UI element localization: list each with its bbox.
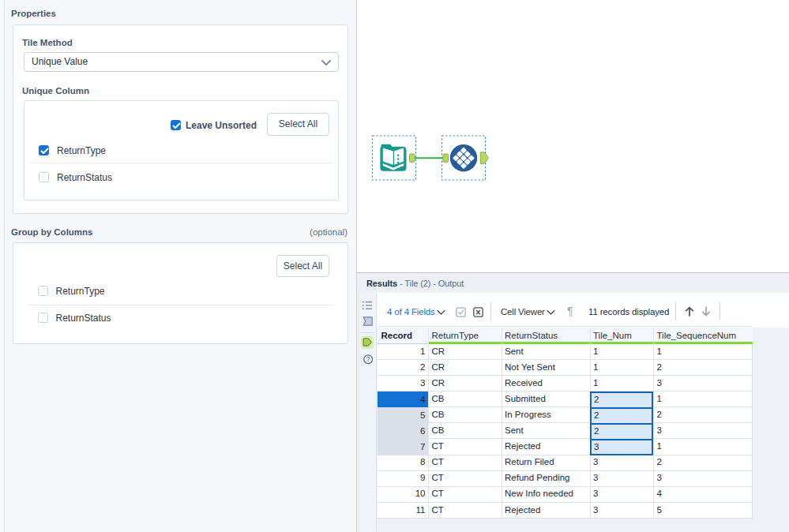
svg-text:?: ? — [366, 355, 370, 363]
